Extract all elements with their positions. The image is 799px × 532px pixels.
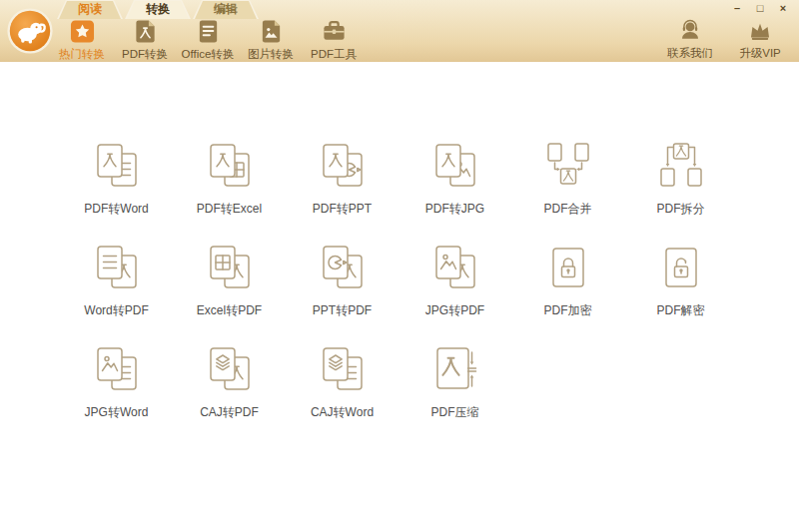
- grid-item-caj-to-pdf[interactable]: CAJ转PDF: [173, 341, 286, 421]
- grid-item-caj-to-word[interactable]: CAJ转Word: [286, 341, 399, 421]
- app-logo[interactable]: [7, 8, 53, 54]
- grid-item-label: PDF合并: [544, 201, 592, 218]
- toolbar-item-label: 热门转换: [59, 47, 105, 62]
- header: 阅读转换编辑 –□×: [0, 0, 799, 63]
- grid-item-pdf-decrypt[interactable]: PDF解密: [624, 240, 737, 319]
- grid-item-pdf-to-jpg[interactable]: PDF转JPG: [399, 138, 511, 218]
- grid-item-jpg-to-pdf[interactable]: JPG转PDF: [399, 240, 511, 319]
- grid-item-pdf-compress[interactable]: PDF压缩: [399, 341, 511, 421]
- feature-grid: PDF转WordPDF转ExcelPDF转PPTPDF转JPGPDF合并PDF拆…: [60, 138, 799, 421]
- toolbar-item-pdf-convert[interactable]: PDF转换: [115, 19, 175, 62]
- toolbar-left: 热门转换PDF转换Office转换图片转换PDF工具: [52, 19, 364, 62]
- pdf-split-icon: [653, 138, 709, 194]
- toolbar-item-image-convert[interactable]: 图片转换: [241, 19, 301, 62]
- grid-item-label: Excel转PDF: [197, 302, 262, 319]
- headset-icon: [678, 18, 702, 43]
- jpg-to-pdf-icon: [427, 240, 483, 295]
- grid-item-excel-to-pdf[interactable]: Excel转PDF: [173, 240, 286, 319]
- grid-item-pdf-encrypt[interactable]: PDF加密: [511, 240, 624, 319]
- grid-item-jpg-to-word[interactable]: JPG转Word: [60, 341, 173, 421]
- toolbar-item-label: PDF转换: [122, 47, 168, 62]
- excel-to-pdf-icon: [202, 240, 258, 295]
- toolbar-item-pdf-tools[interactable]: PDF工具: [304, 19, 364, 62]
- star-icon: [70, 19, 95, 44]
- grid-item-pdf-to-ppt[interactable]: PDF转PPT: [286, 138, 399, 218]
- toolbar-item-hot-convert[interactable]: 热门转换: [52, 19, 112, 62]
- minimize-button[interactable]: –: [729, 2, 745, 16]
- grid-item-label: PDF转Word: [84, 201, 148, 218]
- tab-convert[interactable]: 转换: [125, 0, 191, 19]
- grid-item-label: PPT转PDF: [313, 302, 372, 319]
- toolbar-item-upgrade-vip[interactable]: 升级VIP: [733, 18, 787, 61]
- pdf-merge-icon: [540, 138, 596, 194]
- ppt-to-pdf-icon: [315, 240, 371, 295]
- grid-item-label: PDF加密: [544, 302, 592, 319]
- toolbox-icon: [322, 19, 347, 44]
- grid-item-label: PDF拆分: [657, 201, 705, 218]
- grid-item-label: JPG转PDF: [425, 302, 484, 319]
- word-to-pdf-icon: [89, 240, 145, 295]
- grid-item-pdf-to-word[interactable]: PDF转Word: [60, 138, 173, 218]
- toolbar-item-office-convert[interactable]: Office转换: [178, 19, 238, 62]
- toolbar-item-label: Office转换: [182, 47, 235, 62]
- grid-item-label: CAJ转PDF: [200, 404, 259, 421]
- grid-item-pdf-split[interactable]: PDF拆分: [624, 138, 737, 218]
- app-window: 阅读转换编辑 –□×: [0, 0, 799, 532]
- grid-item-label: CAJ转Word: [311, 404, 374, 421]
- grid-item-word-to-pdf[interactable]: Word转PDF: [60, 240, 173, 319]
- pdf-document-icon: [133, 19, 158, 44]
- tab-bar: 阅读转换编辑: [57, 0, 261, 19]
- grid-item-label: Word转PDF: [84, 302, 148, 319]
- tab-label: 阅读: [57, 0, 123, 19]
- toolbar-right: 联系我们升级VIP: [663, 18, 787, 61]
- pdf-to-jpg-icon: [427, 138, 483, 194]
- toolbar-item-label: 联系我们: [667, 46, 713, 61]
- grid-item-label: JPG转Word: [85, 404, 149, 421]
- maximize-button[interactable]: □: [752, 2, 768, 16]
- grid-item-label: PDF转JPG: [425, 201, 484, 218]
- pdf-compress-icon: [427, 341, 483, 397]
- pdf-to-word-icon: [89, 138, 145, 194]
- toolbar-item-contact-us[interactable]: 联系我们: [663, 18, 717, 61]
- toolbar-item-label: 图片转换: [248, 47, 294, 62]
- elephant-mascot-icon: [7, 40, 53, 57]
- tab-read[interactable]: 阅读: [57, 0, 123, 19]
- grid-item-label: PDF压缩: [431, 404, 479, 421]
- grid-item-pdf-to-excel[interactable]: PDF转Excel: [173, 138, 286, 218]
- office-document-icon: [196, 19, 221, 44]
- toolbar-item-label: PDF工具: [311, 47, 357, 62]
- tab-edit[interactable]: 编辑: [193, 0, 259, 19]
- pdf-decrypt-icon: [653, 240, 709, 295]
- pdf-encrypt-icon: [540, 240, 596, 295]
- grid-item-label: PDF转Excel: [197, 201, 262, 218]
- image-document-icon: [259, 19, 284, 44]
- caj-to-word-icon: [315, 341, 371, 397]
- close-button[interactable]: ×: [775, 2, 791, 16]
- caj-to-pdf-icon: [202, 341, 258, 397]
- grid-item-pdf-merge[interactable]: PDF合并: [511, 138, 624, 218]
- toolbar-item-label: 升级VIP: [739, 46, 781, 61]
- grid-item-label: PDF解密: [657, 302, 705, 319]
- crown-icon: [748, 18, 772, 43]
- window-controls: –□×: [729, 2, 791, 16]
- pdf-to-ppt-icon: [315, 138, 371, 194]
- pdf-to-excel-icon: [202, 138, 258, 194]
- content-area: PDF转WordPDF转ExcelPDF转PPTPDF转JPGPDF合并PDF拆…: [0, 62, 799, 532]
- grid-item-label: PDF转PPT: [313, 201, 372, 218]
- grid-item-ppt-to-pdf[interactable]: PPT转PDF: [286, 240, 399, 319]
- jpg-to-word-icon: [89, 341, 145, 397]
- tab-label: 编辑: [193, 0, 259, 19]
- tab-label: 转换: [125, 0, 191, 19]
